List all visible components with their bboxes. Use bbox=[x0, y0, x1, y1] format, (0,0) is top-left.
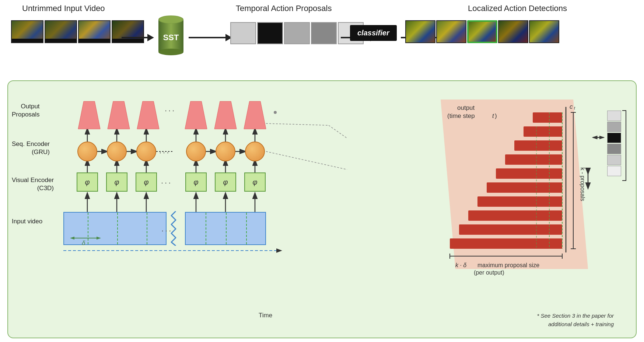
svg-text:(time step: (time step bbox=[447, 112, 475, 119]
output-frame-1 bbox=[405, 20, 435, 43]
sst-label: SST bbox=[163, 33, 179, 42]
svg-line-31 bbox=[266, 151, 347, 170]
gru-node-1 bbox=[77, 142, 97, 161]
svg-rect-58 bbox=[450, 238, 562, 249]
enc-box-1: φ bbox=[77, 172, 98, 192]
svg-line-30 bbox=[329, 125, 347, 138]
proposal-frame-2 bbox=[257, 22, 283, 44]
svg-rect-55 bbox=[477, 196, 562, 207]
enc-box-4: φ bbox=[185, 172, 207, 192]
dots-enc: ... bbox=[161, 176, 172, 186]
svg-text:(per output): (per output) bbox=[474, 269, 504, 276]
svg-marker-33 bbox=[108, 101, 130, 129]
svg-rect-49 bbox=[533, 112, 562, 123]
color-key-6 bbox=[607, 166, 621, 176]
output-video-strip bbox=[405, 20, 559, 43]
svg-point-38 bbox=[274, 111, 277, 114]
arrow-to-proposals bbox=[189, 34, 232, 41]
svg-marker-36 bbox=[214, 101, 237, 129]
seq-encoder-label: Seq. Encoder (GRU) bbox=[12, 140, 50, 156]
bottom-section: Output Proposals Seq. Encoder (GRU) Visu… bbox=[7, 80, 637, 338]
output-proposals-svg-g2 bbox=[183, 101, 272, 129]
right-diagram-svg: output (time step t ) k · δ maximum prop… bbox=[419, 92, 625, 287]
enc-box-6: φ bbox=[244, 172, 266, 192]
proposal-frame-1 bbox=[230, 22, 256, 44]
svg-marker-32 bbox=[78, 101, 100, 129]
video-frame-1 bbox=[11, 20, 43, 43]
right-diagram: output (time step t ) k · δ maximum prop… bbox=[419, 92, 625, 287]
label-detections: Localized Action Detections bbox=[468, 4, 567, 13]
gru-node-5 bbox=[216, 142, 235, 161]
sst-container: SST bbox=[158, 19, 183, 52]
output-frame-5 bbox=[529, 20, 559, 43]
svg-rect-54 bbox=[487, 182, 562, 193]
svg-rect-51 bbox=[514, 140, 562, 151]
svg-marker-34 bbox=[137, 101, 159, 129]
svg-text:): ) bbox=[495, 112, 497, 119]
svg-text:t: t bbox=[574, 106, 575, 110]
color-key-2 bbox=[607, 122, 621, 132]
color-key-4 bbox=[607, 144, 621, 154]
svg-line-29 bbox=[266, 123, 329, 125]
label-proposals: Temporal Action Proposals bbox=[236, 4, 332, 13]
svg-text:k - proposals: k - proposals bbox=[580, 167, 586, 201]
dots-proposals: ... bbox=[165, 104, 176, 114]
output-frame-highlighted bbox=[467, 20, 497, 43]
svg-marker-37 bbox=[244, 101, 266, 129]
dots-gru: ... bbox=[159, 146, 170, 156]
gru-node-2 bbox=[107, 142, 127, 161]
input-video-block-2 bbox=[185, 212, 266, 245]
output-proposals-svg-g1 bbox=[76, 101, 165, 129]
svg-marker-35 bbox=[185, 101, 207, 129]
output-frame-2 bbox=[436, 20, 466, 43]
proposal-frame-3 bbox=[284, 22, 310, 44]
delta-label bbox=[69, 234, 102, 244]
sst-cylinder: SST bbox=[158, 19, 183, 52]
time-label: Time bbox=[259, 312, 272, 319]
svg-rect-50 bbox=[524, 126, 562, 137]
svg-rect-53 bbox=[496, 168, 562, 179]
classifier-box: classifier bbox=[350, 25, 397, 41]
visual-encoder-label: Visual Encoder (C3D) bbox=[12, 176, 54, 192]
video-frame-3 bbox=[78, 20, 111, 43]
svg-text:maximum proposal size: maximum proposal size bbox=[477, 262, 539, 268]
svg-text:c: c bbox=[570, 103, 573, 110]
gru-node-6 bbox=[245, 142, 265, 161]
dots-video: ... bbox=[161, 224, 172, 234]
gru-node-3 bbox=[136, 142, 156, 161]
video-frame-2 bbox=[45, 20, 77, 43]
enc-box-2: φ bbox=[106, 172, 127, 192]
svg-rect-52 bbox=[505, 154, 562, 165]
double-arrow-key bbox=[591, 132, 606, 144]
svg-rect-56 bbox=[468, 210, 562, 221]
svg-rect-57 bbox=[459, 224, 562, 235]
footnote: * See Section 3 in the paper for additio… bbox=[537, 312, 614, 328]
output-frame-4 bbox=[498, 20, 528, 43]
svg-text:k · δ: k · δ bbox=[455, 262, 467, 268]
color-key-3 bbox=[607, 133, 621, 143]
color-key-5 bbox=[607, 155, 621, 165]
enc-box-3: φ bbox=[136, 172, 157, 192]
input-video-label: Input video bbox=[12, 217, 42, 226]
color-key-1 bbox=[607, 111, 621, 121]
svg-text:output: output bbox=[457, 104, 475, 111]
output-proposals-label: Output Proposals bbox=[12, 102, 40, 119]
gru-node-4 bbox=[186, 142, 206, 161]
delta-text: δ bbox=[82, 240, 85, 247]
top-section: Untrimmed Input Video Temporal Action Pr… bbox=[0, 0, 644, 81]
color-key bbox=[607, 111, 621, 177]
arrow-to-sst bbox=[122, 34, 154, 41]
proposal-frame-4 bbox=[311, 22, 337, 44]
label-input: Untrimmed Input Video bbox=[22, 4, 105, 13]
enc-box-5: φ bbox=[215, 172, 236, 192]
